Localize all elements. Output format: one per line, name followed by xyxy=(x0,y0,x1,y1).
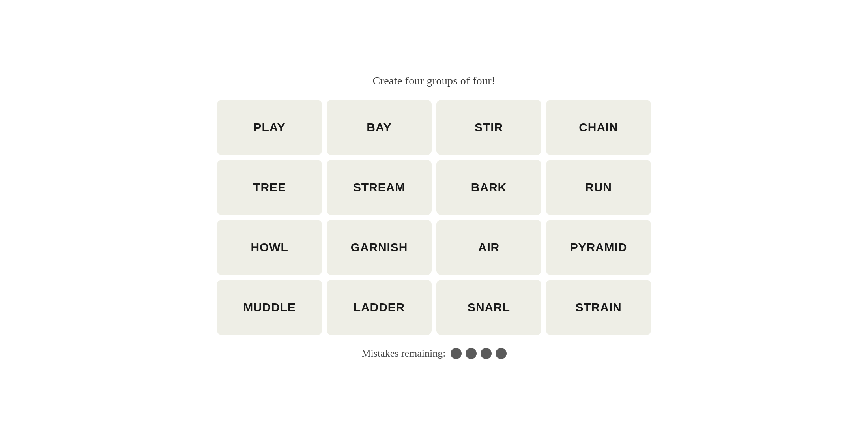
word-card[interactable]: PLAY xyxy=(217,100,322,155)
word-card[interactable]: TREE xyxy=(217,160,322,215)
mistake-dot xyxy=(481,348,492,359)
word-label: PYRAMID xyxy=(570,241,627,254)
mistake-dot xyxy=(451,348,462,359)
word-label: MUDDLE xyxy=(243,301,296,314)
word-grid: PLAYBAYSTIRCHAINTREESTREAMBARKRUNHOWLGAR… xyxy=(217,100,651,335)
word-card[interactable]: SNARL xyxy=(436,280,541,335)
word-label: STIR xyxy=(475,121,503,134)
mistakes-row: Mistakes remaining: xyxy=(361,348,506,359)
word-label: SNARL xyxy=(468,301,510,314)
word-card[interactable]: MUDDLE xyxy=(217,280,322,335)
word-card[interactable]: AIR xyxy=(436,220,541,275)
word-card[interactable]: BARK xyxy=(436,160,541,215)
mistake-dots xyxy=(451,348,507,359)
word-card[interactable]: STRAIN xyxy=(546,280,651,335)
subtitle: Create four groups of four! xyxy=(373,75,496,87)
word-label: RUN xyxy=(585,181,612,194)
word-label: CHAIN xyxy=(579,121,618,134)
word-card[interactable]: RUN xyxy=(546,160,651,215)
word-label: GARNISH xyxy=(351,241,408,254)
word-card[interactable]: STREAM xyxy=(327,160,432,215)
word-card[interactable]: HOWL xyxy=(217,220,322,275)
word-card[interactable]: PYRAMID xyxy=(546,220,651,275)
word-label: LADDER xyxy=(354,301,405,314)
word-card[interactable]: GARNISH xyxy=(327,220,432,275)
word-label: PLAY xyxy=(254,121,286,134)
game-container: Create four groups of four! PLAYBAYSTIRC… xyxy=(217,75,651,359)
word-label: TREE xyxy=(253,181,286,194)
word-label: STREAM xyxy=(353,181,405,194)
word-label: AIR xyxy=(478,241,499,254)
word-label: BAY xyxy=(367,121,391,134)
mistake-dot xyxy=(496,348,507,359)
word-label: BARK xyxy=(471,181,507,194)
word-label: HOWL xyxy=(251,241,288,254)
mistake-dot xyxy=(466,348,477,359)
word-card[interactable]: STIR xyxy=(436,100,541,155)
mistakes-label: Mistakes remaining: xyxy=(361,348,445,359)
word-card[interactable]: BAY xyxy=(327,100,432,155)
word-card[interactable]: LADDER xyxy=(327,280,432,335)
word-label: STRAIN xyxy=(575,301,621,314)
word-card[interactable]: CHAIN xyxy=(546,100,651,155)
